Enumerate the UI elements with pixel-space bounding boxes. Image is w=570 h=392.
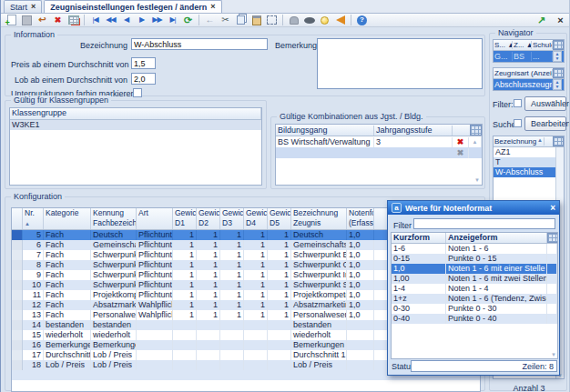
dialog-close-icon[interactable]: × — [550, 203, 555, 213]
dialog-titlebar[interactable]: a Werte für Notenformat × — [388, 201, 559, 215]
cut-icon[interactable]: ✂ — [218, 14, 233, 26]
zeugnisart-column-header[interactable]: Zeugnisart (Anzeige... — [494, 69, 553, 77]
notenformat-value-row[interactable]: 1,00 Noten 1 - 6 mit zwei Stellen — [392, 274, 557, 284]
save-icon[interactable] — [19, 14, 35, 26]
dialog-filter-label: Filter — [393, 221, 412, 230]
kennung-column-header[interactable]: Kennung Fachbezeichnun — [91, 208, 137, 229]
dialog-filter-input[interactable] — [413, 218, 555, 229]
bezeichnung-column-header[interactable]: Bezeichnung ▲ — [494, 137, 545, 146]
bezeichnung-row[interactable]: W-Abschluss — [494, 167, 555, 177]
column-select-button[interactable] — [553, 40, 564, 50]
schule-row[interactable]: G... BS ... ▲▼ — [494, 51, 564, 62]
bezeichnung-row[interactable]: AZ1 — [494, 147, 555, 157]
suche-checkbox[interactable] — [514, 119, 522, 127]
unterpunktungen-checkbox[interactable] — [133, 88, 142, 97]
notenformat-value-row[interactable]: 1+z Noten 1 - 6 (Tendenz, Zwischennot... — [392, 294, 557, 304]
klassengruppe-row[interactable]: W3KE1 — [10, 120, 261, 130]
gewicht-d1-column-header[interactable]: Gewicht D1 — [173, 208, 197, 229]
column-select-button[interactable] — [553, 68, 564, 78]
paste-icon[interactable] — [249, 14, 264, 26]
nr-column-header[interactable]: Nr. ▲ — [23, 208, 44, 229]
kombination-row-empty[interactable]: ✖ — [276, 147, 482, 158]
tab-start[interactable]: Start × — [4, 0, 42, 13]
bearbeiten-button[interactable]: Bearbeiten — [524, 116, 566, 131]
lob-input[interactable] — [131, 73, 156, 85]
art-column-header[interactable]: Art — [137, 208, 173, 229]
delete-row-icon-disabled[interactable]: ✖ — [457, 148, 464, 157]
kategorie-column-header[interactable]: Kategorie — [44, 208, 91, 229]
tab-zeugniseinstellungen[interactable]: Zeugniseinstellungen festlegen / ändern … — [44, 0, 221, 13]
record-spinner[interactable]: ▲▼ — [553, 79, 562, 90]
zweig-column-header[interactable]: Z... ▲2 — [513, 41, 532, 49]
notenformat-value-row[interactable]: 1,0 Noten 1 - 6 mit einer Stelle — [392, 264, 557, 274]
bildungsgang-column-header[interactable]: Bildungsgang — [276, 126, 374, 136]
nav-last-icon[interactable]: ▶| — [165, 14, 180, 26]
delete-grid-icon[interactable] — [66, 14, 81, 26]
klassengruppe-column-header[interactable]: Klassengruppe — [10, 108, 261, 119]
gewicht-d2-column-header[interactable]: Gewicht D2 — [197, 208, 220, 229]
toolbar-close-icon[interactable]: × — [553, 14, 568, 26]
kombination-row[interactable]: BS Wirtschaft/Verwaltung 3 ✖ ▲ — [276, 136, 482, 147]
scroll-down-icon[interactable]: ▼ — [474, 177, 480, 183]
gewicht-d4-column-header[interactable]: Gewicht D4 — [244, 208, 268, 229]
notenformat-value-row[interactable]: 1-6 Noten 1 - 6 — [392, 244, 557, 254]
toolbar-separator — [282, 15, 283, 25]
schule-column-header[interactable]: Schule — [532, 41, 553, 49]
record-spinner[interactable]: ▲▼ — [553, 51, 562, 62]
help-icon[interactable]: ? — [354, 14, 370, 26]
delete-icon[interactable]: ✖ — [50, 14, 66, 26]
sort-asc-icon: ▲ — [25, 221, 30, 226]
eye-icon[interactable] — [301, 14, 317, 26]
scroll-up-icon[interactable]: ▲ — [473, 139, 478, 145]
tab-start-close-icon[interactable]: × — [31, 3, 36, 11]
nav-fast-prev-icon[interactable]: ◀◀ — [103, 14, 118, 26]
refresh-icon[interactable]: ⟳ — [180, 14, 196, 26]
notenformat-column-header[interactable]: Notenformat (Erfassung) — [347, 208, 374, 229]
kombinationen-legend: Gültige Kombinationen aus Jgst. / Bldg. — [277, 112, 426, 121]
nav-fast-next-icon[interactable]: ▶▶ — [149, 14, 165, 26]
detach-window-icon[interactable]: ↗ — [534, 14, 549, 26]
auswaehlen-button[interactable]: Auswählen — [524, 96, 566, 111]
notenformat-value-row[interactable]: 1-4 Noten 1 - 4 — [392, 284, 557, 294]
bulb-icon[interactable] — [317, 14, 332, 26]
app-icon: a — [392, 203, 402, 213]
notenformat-value-row[interactable]: 0-30 Punkte 0 - 30 — [392, 304, 557, 314]
bemerkung-textarea[interactable] — [317, 38, 483, 89]
gewicht-d3-column-header[interactable]: Gewicht D3 — [220, 208, 244, 229]
back-arrow-icon[interactable]: ← — [202, 14, 218, 26]
nav-first-icon[interactable]: |◀ — [87, 14, 103, 26]
filter-checkbox[interactable] — [514, 99, 522, 107]
user-icon[interactable] — [286, 14, 301, 26]
notenformat-value-row[interactable]: 0-40 Punkte 0 - 40 — [392, 314, 557, 324]
select-icon[interactable] — [264, 14, 280, 26]
jahrgangsstufe-column-header[interactable]: Jahrgangsstufe — [374, 126, 453, 136]
new-record-icon[interactable]: + — [4, 14, 19, 26]
horn-icon[interactable] — [332, 14, 348, 26]
nav-prev-icon[interactable]: ◀ — [118, 14, 134, 26]
sort-asc-icon: ▲ — [537, 137, 543, 146]
column-select-button[interactable] — [553, 136, 564, 146]
tab-zeugniseinstellungen-close-icon[interactable]: × — [210, 3, 215, 11]
column-select-button[interactable] — [547, 233, 558, 243]
zeugnisart-grid: Zeugnisart (Anzeige... Abschlusszeugnis … — [493, 67, 565, 91]
klassengruppen-grid: Klassengruppe W3KE1 — [9, 107, 262, 186]
konfiguration-legend: Konfiguration — [11, 192, 65, 201]
anzeigeform-column-header[interactable]: Anzeigeform — [446, 233, 547, 243]
bezeichnung-row[interactable]: T — [494, 157, 555, 167]
bezeichnung-input[interactable] — [131, 38, 268, 50]
preis-input[interactable] — [131, 57, 156, 69]
copy-icon[interactable] — [233, 14, 249, 26]
gewicht-d5-column-header[interactable]: Gewicht D5 — [268, 208, 291, 229]
notenformat-value-row[interactable]: 0-15 Punkte 0 - 15 — [392, 254, 557, 264]
dialog-status-field: Zeilen: 8 — [411, 360, 557, 372]
delete-row-icon[interactable]: ✖ — [457, 137, 464, 146]
undo-icon[interactable]: ↩ — [35, 14, 50, 26]
kurzform-column-header[interactable]: Kurzform — [392, 233, 446, 243]
nav-next-icon[interactable]: ▶ — [134, 14, 149, 26]
bezeichnung-zeugnis-column-header[interactable]: Bezeichnung Zeugnis — [291, 208, 347, 229]
zeugnisart-row[interactable]: Abschlusszeugnis ▲▼ — [494, 79, 564, 90]
scroll-down-icon[interactable]: ▼ — [551, 352, 556, 357]
schulform-column-header[interactable]: S... ▲1 — [494, 41, 513, 49]
filter-label: Filter: — [493, 100, 514, 109]
column-select-button[interactable] — [470, 125, 482, 136]
